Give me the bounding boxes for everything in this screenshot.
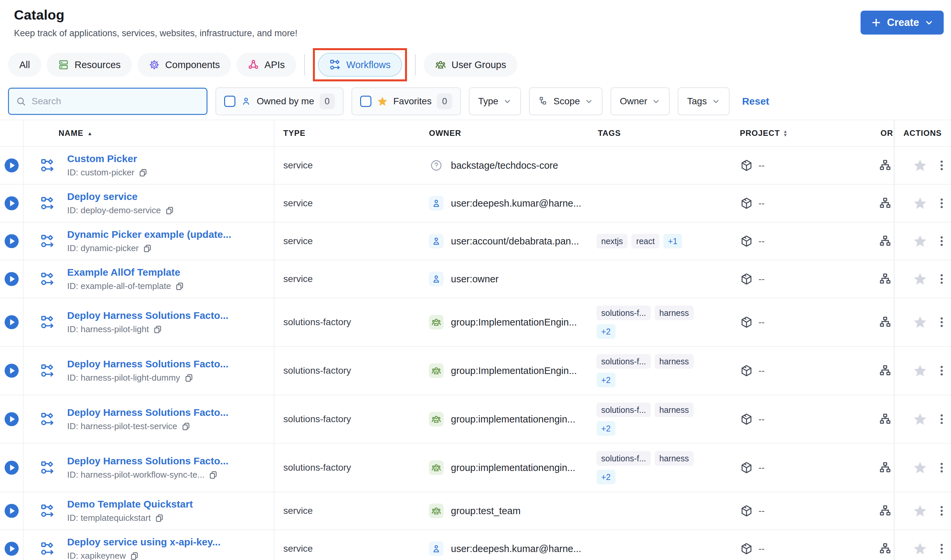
org-hierarchy-icon[interactable] [878, 412, 892, 426]
run-workflow-button[interactable] [4, 315, 19, 330]
kebab-menu-icon[interactable] [936, 542, 947, 555]
org-hierarchy-icon[interactable] [878, 364, 892, 377]
plus-icon [871, 17, 882, 28]
tab-resources[interactable]: Resources [46, 53, 132, 77]
kebab-menu-icon[interactable] [936, 364, 947, 377]
user-icon [429, 196, 443, 211]
more-tags-chip[interactable]: +2 [596, 470, 616, 484]
entity-name-link[interactable]: Custom Picker [67, 153, 148, 165]
org-hierarchy-icon[interactable] [878, 272, 892, 286]
entity-type: solutions-factory [283, 414, 351, 425]
run-workflow-button[interactable] [4, 460, 19, 475]
column-header-project[interactable]: PROJECT ▲▼ [732, 120, 871, 146]
scope-dropdown[interactable]: Scope [529, 87, 602, 115]
favorites-filter[interactable]: Favorites 0 [352, 87, 461, 115]
owner-name: backstage/techdocs-core [451, 160, 558, 171]
tab-workflows[interactable]: Workflows [318, 53, 402, 77]
tab-divider [415, 54, 416, 75]
favorite-star-icon[interactable] [913, 158, 927, 173]
more-tags-chip[interactable]: +1 [663, 234, 682, 248]
run-workflow-button[interactable] [4, 503, 19, 518]
copy-icon[interactable] [138, 168, 148, 177]
tab-all[interactable]: All [8, 53, 41, 77]
kebab-menu-icon[interactable] [936, 272, 947, 286]
entity-name-link[interactable]: Deploy service using x-api-key... [67, 537, 221, 548]
tab-user-groups[interactable]: User Groups [424, 53, 517, 77]
column-header-type: TYPE [274, 120, 412, 146]
org-hierarchy-icon[interactable] [878, 197, 892, 210]
entity-name-link[interactable]: Demo Template Quickstart [67, 498, 193, 510]
type-dropdown[interactable]: Type [469, 87, 521, 115]
table-body: Custom Picker ID: custom-picker service [0, 146, 951, 560]
copy-icon[interactable] [208, 470, 218, 480]
run-workflow-button[interactable] [4, 234, 19, 249]
copy-icon[interactable] [184, 373, 193, 383]
favorite-star-icon[interactable] [913, 272, 927, 286]
tags-dropdown[interactable]: Tags [678, 87, 729, 115]
org-hierarchy-icon[interactable] [878, 159, 892, 172]
copy-icon[interactable] [130, 551, 139, 560]
entity-name-link[interactable]: Deploy Harness Solutions Facto... [67, 358, 228, 370]
run-workflow-button[interactable] [4, 541, 19, 556]
org-hierarchy-icon[interactable] [878, 542, 892, 555]
entity-name-link[interactable]: Dynamic Picker example (update... [67, 229, 232, 240]
owner-dropdown[interactable]: Owner [610, 87, 670, 115]
entity-name-link[interactable]: Deploy service [67, 191, 174, 202]
kebab-menu-icon[interactable] [936, 234, 947, 248]
star-icon [377, 95, 388, 107]
kebab-menu-icon[interactable] [936, 461, 947, 474]
entity-name-link[interactable]: Deploy Harness Solutions Facto... [67, 310, 228, 321]
run-workflow-button[interactable] [4, 195, 19, 211]
copy-icon[interactable] [181, 422, 190, 431]
column-header-tags: TAGS [595, 120, 732, 146]
search-box[interactable] [8, 88, 207, 115]
tab-apis[interactable]: APIs [236, 53, 296, 77]
copy-icon[interactable] [143, 244, 152, 253]
run-workflow-button[interactable] [4, 412, 19, 427]
user-icon [429, 234, 443, 248]
owned-by-me-checkbox[interactable] [224, 95, 235, 107]
favorite-star-icon[interactable] [913, 412, 927, 426]
run-workflow-button[interactable] [4, 271, 19, 287]
favorite-star-icon[interactable] [913, 460, 927, 475]
entity-name-link[interactable]: Deploy Harness Solutions Facto... [67, 455, 228, 467]
search-input[interactable] [32, 96, 200, 107]
entity-type: service [283, 506, 313, 516]
copy-icon[interactable] [175, 282, 184, 291]
favorite-star-icon[interactable] [913, 542, 927, 556]
run-workflow-button[interactable] [4, 158, 19, 173]
play-column-header [0, 120, 23, 146]
more-tags-chip[interactable]: +2 [596, 421, 616, 436]
favorite-star-icon[interactable] [913, 196, 927, 211]
more-tags-chip[interactable]: +2 [596, 373, 616, 387]
tab-components[interactable]: Components [137, 53, 231, 77]
entity-name-link[interactable]: Example AllOf Template [67, 267, 184, 278]
entity-id: ID: templatequickstart [67, 513, 151, 523]
reset-filters-link[interactable]: Reset [742, 95, 769, 107]
kebab-menu-icon[interactable] [936, 315, 947, 329]
kebab-menu-icon[interactable] [936, 159, 947, 172]
create-button[interactable]: Create [861, 11, 944, 35]
kebab-menu-icon[interactable] [936, 197, 947, 210]
org-hierarchy-icon[interactable] [878, 504, 892, 517]
org-hierarchy-icon[interactable] [878, 234, 892, 248]
favorite-star-icon[interactable] [913, 315, 927, 329]
column-header-name[interactable]: NAME ▲ [23, 120, 274, 146]
favorite-star-icon[interactable] [913, 363, 927, 378]
copy-icon[interactable] [153, 325, 162, 334]
kebab-menu-icon[interactable] [936, 412, 947, 426]
entity-name-link[interactable]: Deploy Harness Solutions Facto... [67, 407, 228, 418]
run-workflow-button[interactable] [4, 363, 19, 378]
org-hierarchy-icon[interactable] [878, 461, 892, 474]
owned-by-me-filter[interactable]: Owned by me 0 [216, 87, 343, 115]
page-header: Catalog Keep track of applications, serv… [0, 0, 951, 46]
favorites-checkbox[interactable] [360, 95, 371, 107]
kebab-menu-icon[interactable] [936, 504, 947, 517]
copy-icon[interactable] [165, 206, 174, 215]
favorite-star-icon[interactable] [913, 503, 927, 518]
chevron-down-icon [712, 97, 720, 106]
more-tags-chip[interactable]: +2 [596, 324, 616, 339]
favorite-star-icon[interactable] [913, 234, 927, 248]
copy-icon[interactable] [154, 514, 164, 523]
org-hierarchy-icon[interactable] [878, 315, 892, 329]
